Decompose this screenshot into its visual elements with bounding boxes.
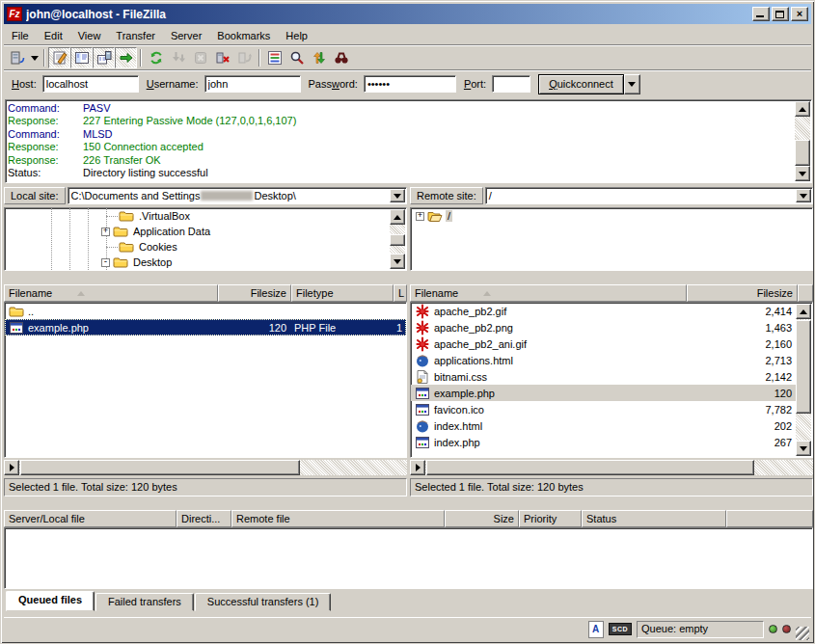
queue-column-server-local-file[interactable]: Server/Local file [4,510,177,527]
queue-column-remote-file[interactable]: Remote file [231,510,445,527]
file-row[interactable]: applications.html 2,713 [411,352,796,368]
scrollbar-thumb[interactable] [20,460,300,475]
log-line: Command:MLSD [8,128,794,141]
menu-bookmarks[interactable]: Bookmarks [209,28,278,43]
collapse-icon[interactable]: - [101,258,110,267]
php-file-icon [415,386,430,401]
toggle-local-tree-button[interactable] [70,47,93,68]
filezilla-window: Fz john@localhost - FileZilla × File Edi… [0,0,815,644]
scroll-down-icon[interactable] [795,166,810,181]
file-row[interactable]: index.php 267 [411,434,796,450]
quickconnect-button[interactable]: Quickconnect [538,74,624,94]
file-row-example-php[interactable]: example.php 120 PHP File 1 [5,319,406,335]
file-row-parent-dir[interactable]: .. [5,303,406,319]
menu-view[interactable]: View [70,28,109,43]
host-input[interactable] [42,75,139,93]
directory-comparison-button[interactable] [285,47,308,68]
send-led-icon [782,625,791,633]
apache-icon [415,336,430,352]
minimize-button[interactable] [752,7,770,21]
scroll-right-icon[interactable] [410,460,425,475]
process-queue-button[interactable] [167,47,189,68]
scroll-down-icon[interactable] [390,254,405,269]
title-bar[interactable]: Fz john@localhost - FileZilla × [4,4,811,24]
menu-help[interactable]: Help [278,28,315,43]
close-button[interactable]: × [791,7,808,21]
maximize-button[interactable] [772,7,789,21]
column-header-filename[interactable]: Filename [410,284,687,302]
scroll-up-icon[interactable] [795,101,810,117]
scroll-up-icon[interactable] [796,304,811,319]
queue-column-size[interactable]: Size [445,510,519,527]
tab-failed-transfers[interactable]: Failed transfers [95,593,194,611]
file-row[interactable]: apache_pb2.png 1,463 [411,319,796,335]
resize-grip-icon[interactable] [796,627,809,640]
tab-successful-transfers[interactable]: Successful transfers (1) [195,593,332,611]
reconnect-button[interactable] [233,47,256,68]
scroll-up-icon[interactable] [390,209,405,225]
tree-item-root[interactable]: + / [411,208,812,224]
file-row[interactable]: apache_pb2.gif 2,414 [411,303,796,319]
file-row[interactable]: favicon.ico 7,782 [411,401,796,417]
local-site-label: Local site: [4,187,66,204]
menu-server[interactable]: Server [163,28,209,43]
queue-column-priority[interactable]: Priority [519,510,582,527]
menu-edit[interactable]: Edit [37,28,70,43]
file-row[interactable]: index.html 202 [411,417,796,434]
site-manager-button[interactable] [6,47,28,68]
scrollbar-thumb[interactable] [390,234,405,246]
find-files-button[interactable] [330,47,352,68]
file-row[interactable]: bitnami.css 2,142 [411,368,796,385]
queue-column-direction[interactable]: Directi... [177,510,231,527]
window-title: john@localhost - FileZilla [26,8,752,21]
refresh-icon [149,50,164,66]
expand-icon[interactable]: + [101,228,110,236]
log-scrollbar[interactable] [795,101,810,181]
menu-transfer[interactable]: Transfer [108,28,163,43]
column-header-filename[interactable]: Filename [4,284,218,302]
local-site-combobox[interactable]: C:\Documents and SettingsDesktop\ [68,187,407,204]
file-row-example-php[interactable]: example.php 120 [411,385,796,401]
scroll-right-icon[interactable] [4,460,19,475]
refresh-button[interactable] [145,47,167,68]
expand-icon[interactable]: + [416,212,424,221]
tree-item-desktop[interactable]: -Desktop [5,255,406,270]
filter-button[interactable] [263,47,285,68]
local-status-text: Selected 1 file. Total size: 120 bytes [4,478,407,496]
scroll-down-icon[interactable] [796,441,811,456]
column-header-filesize[interactable]: Filesize [687,284,798,302]
column-header-filetype[interactable]: Filetype [291,284,394,302]
quickconnect-dropdown[interactable] [624,74,640,94]
remote-list-scrollbar[interactable] [796,304,811,456]
queue-column-status[interactable]: Status [582,510,726,527]
scrollbar-thumb[interactable] [426,460,754,475]
remote-site-combobox[interactable]: / [485,187,813,204]
apache-icon [415,320,430,335]
port-input[interactable] [492,75,530,93]
toggle-transfer-queue-button[interactable] [115,47,137,68]
scrollbar-thumb[interactable] [795,140,810,166]
scrollbar-thumb[interactable] [796,320,811,414]
local-site-dropdown[interactable] [390,189,405,202]
local-tree-scrollbar[interactable] [390,209,405,269]
file-row[interactable]: apache_pb2_ani.gif 2,160 [411,335,796,352]
cancel-operation-button[interactable] [189,47,211,68]
column-header-lastmodified[interactable]: L [394,284,407,302]
tree-item-virtualbox[interactable]: .VirtualBox [5,208,406,224]
synchronized-browsing-button[interactable] [308,47,330,68]
remote-hscrollbar[interactable] [410,460,813,475]
local-hscrollbar[interactable] [4,460,407,475]
disconnect-button[interactable] [211,47,233,68]
username-input[interactable] [204,75,301,93]
tree-item-cookies[interactable]: Cookies [5,239,406,255]
remote-site-dropdown[interactable] [796,189,811,202]
tree-item-application-data[interactable]: +Application Data [5,224,406,239]
tab-queued-files[interactable]: Queued files [6,591,95,611]
menu-file[interactable]: File [4,28,37,43]
column-header-filesize[interactable]: Filesize [218,284,291,302]
toggle-message-log-button[interactable] [48,47,70,68]
queue-list-body[interactable] [4,527,813,589]
password-input[interactable] [364,75,456,93]
toggle-remote-tree-button[interactable] [93,47,115,68]
site-manager-dropdown[interactable] [28,47,41,68]
